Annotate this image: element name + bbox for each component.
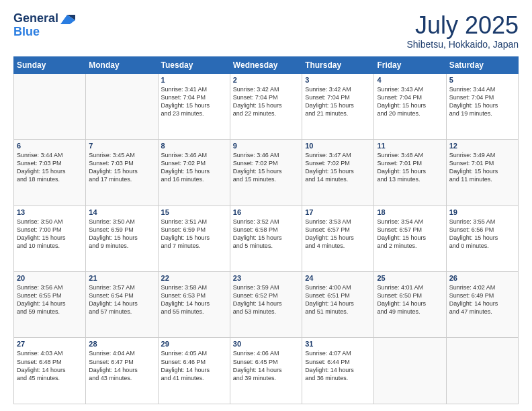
page: General Blue July 2025 Shibetsu, Hokkaid… [0,0,532,411]
calendar-table: Sunday Monday Tuesday Wednesday Thursday… [13,56,519,404]
table-row: 3Sunrise: 3:42 AM Sunset: 7:04 PM Daylig… [302,73,374,139]
header-monday: Monday [86,56,158,73]
day-info: Sunrise: 3:59 AM Sunset: 6:52 PM Dayligh… [233,283,299,316]
table-row: 14Sunrise: 3:50 AM Sunset: 6:59 PM Dayli… [86,205,158,271]
month-title: July 2025 [406,12,519,39]
day-info: Sunrise: 3:47 AM Sunset: 7:02 PM Dayligh… [305,151,371,184]
day-info: Sunrise: 3:56 AM Sunset: 6:55 PM Dayligh… [17,283,83,316]
day-info: Sunrise: 3:51 AM Sunset: 6:59 PM Dayligh… [161,218,227,250]
header-wednesday: Wednesday [230,56,302,73]
table-row [446,338,518,404]
day-number: 7 [89,142,154,150]
day-info: Sunrise: 3:53 AM Sunset: 6:57 PM Dayligh… [305,218,371,250]
day-number: 1 [161,76,227,84]
day-info: Sunrise: 3:46 AM Sunset: 7:02 PM Dayligh… [233,151,299,184]
day-info: Sunrise: 3:55 AM Sunset: 6:56 PM Dayligh… [449,218,515,250]
day-info: Sunrise: 3:50 AM Sunset: 7:00 PM Dayligh… [17,218,83,250]
day-info: Sunrise: 3:43 AM Sunset: 7:04 PM Dayligh… [377,85,443,118]
table-row: 12Sunrise: 3:49 AM Sunset: 7:01 PM Dayli… [446,140,518,205]
day-info: Sunrise: 4:07 AM Sunset: 6:44 PM Dayligh… [305,349,371,382]
day-info: Sunrise: 3:57 AM Sunset: 6:54 PM Dayligh… [89,283,154,316]
day-number: 23 [233,274,299,282]
table-row: 28Sunrise: 4:04 AM Sunset: 6:47 PM Dayli… [86,338,158,404]
day-number: 10 [305,142,371,150]
table-row: 6Sunrise: 3:44 AM Sunset: 7:03 PM Daylig… [14,140,86,205]
table-row: 18Sunrise: 3:54 AM Sunset: 6:57 PM Dayli… [374,205,446,271]
table-row: 27Sunrise: 4:03 AM Sunset: 6:48 PM Dayli… [14,338,86,404]
day-number: 24 [305,274,371,282]
table-row: 17Sunrise: 3:53 AM Sunset: 6:57 PM Dayli… [302,205,374,271]
calendar-week-row: 6Sunrise: 3:44 AM Sunset: 7:03 PM Daylig… [14,140,519,205]
day-info: Sunrise: 4:03 AM Sunset: 6:48 PM Dayligh… [17,349,83,382]
header-friday: Friday [374,56,446,73]
day-info: Sunrise: 3:50 AM Sunset: 6:59 PM Dayligh… [89,218,154,250]
table-row [86,73,158,139]
day-info: Sunrise: 4:02 AM Sunset: 6:49 PM Dayligh… [449,283,515,316]
header-tuesday: Tuesday [158,56,230,73]
logo-text-blue: Blue [13,26,40,39]
table-row: 9Sunrise: 3:46 AM Sunset: 7:02 PM Daylig… [230,140,302,205]
table-row: 2Sunrise: 3:42 AM Sunset: 7:04 PM Daylig… [230,73,302,139]
day-info: Sunrise: 3:44 AM Sunset: 7:03 PM Dayligh… [17,151,83,184]
day-info: Sunrise: 4:04 AM Sunset: 6:47 PM Dayligh… [89,349,154,382]
day-number: 3 [305,76,371,84]
day-number: 14 [89,208,154,216]
day-info: Sunrise: 3:58 AM Sunset: 6:53 PM Dayligh… [161,283,227,316]
table-row: 24Sunrise: 4:00 AM Sunset: 6:51 PM Dayli… [302,272,374,338]
calendar-week-row: 1Sunrise: 3:41 AM Sunset: 7:04 PM Daylig… [14,73,519,139]
table-row: 23Sunrise: 3:59 AM Sunset: 6:52 PM Dayli… [230,272,302,338]
table-row: 29Sunrise: 4:05 AM Sunset: 6:46 PM Dayli… [158,338,230,404]
table-row: 31Sunrise: 4:07 AM Sunset: 6:44 PM Dayli… [302,338,374,404]
day-info: Sunrise: 3:52 AM Sunset: 6:58 PM Dayligh… [233,218,299,250]
day-number: 12 [449,142,515,150]
day-number: 9 [233,142,299,150]
table-row: 7Sunrise: 3:45 AM Sunset: 7:03 PM Daylig… [86,140,158,205]
day-info: Sunrise: 3:44 AM Sunset: 7:04 PM Dayligh… [449,85,515,118]
table-row: 15Sunrise: 3:51 AM Sunset: 6:59 PM Dayli… [158,205,230,271]
title-area: July 2025 Shibetsu, Hokkaido, Japan [406,12,519,50]
day-number: 28 [89,340,154,348]
day-info: Sunrise: 3:54 AM Sunset: 6:57 PM Dayligh… [377,218,443,250]
table-row: 21Sunrise: 3:57 AM Sunset: 6:54 PM Dayli… [86,272,158,338]
logo-icon [60,15,75,24]
day-number: 19 [449,208,515,216]
day-info: Sunrise: 3:41 AM Sunset: 7:04 PM Dayligh… [161,85,227,118]
header: General Blue July 2025 Shibetsu, Hokkaid… [13,12,519,50]
logo: General Blue [13,12,75,39]
day-info: Sunrise: 4:00 AM Sunset: 6:51 PM Dayligh… [305,283,371,316]
day-number: 4 [377,76,443,84]
day-number: 2 [233,76,299,84]
day-number: 27 [17,340,83,348]
day-info: Sunrise: 3:42 AM Sunset: 7:04 PM Dayligh… [233,85,299,118]
day-number: 18 [377,208,443,216]
day-number: 13 [17,208,83,216]
table-row: 25Sunrise: 4:01 AM Sunset: 6:50 PM Dayli… [374,272,446,338]
day-number: 26 [449,274,515,282]
table-row: 26Sunrise: 4:02 AM Sunset: 6:49 PM Dayli… [446,272,518,338]
table-row: 8Sunrise: 3:46 AM Sunset: 7:02 PM Daylig… [158,140,230,205]
calendar-week-row: 27Sunrise: 4:03 AM Sunset: 6:48 PM Dayli… [14,338,519,404]
logo-text-general: General [13,12,58,26]
day-info: Sunrise: 3:48 AM Sunset: 7:01 PM Dayligh… [377,151,443,184]
day-number: 17 [305,208,371,216]
day-info: Sunrise: 4:06 AM Sunset: 6:45 PM Dayligh… [233,349,299,382]
table-row: 20Sunrise: 3:56 AM Sunset: 6:55 PM Dayli… [14,272,86,338]
calendar-week-row: 20Sunrise: 3:56 AM Sunset: 6:55 PM Dayli… [14,272,519,338]
day-number: 31 [305,340,371,348]
day-info: Sunrise: 3:45 AM Sunset: 7:03 PM Dayligh… [89,151,154,184]
table-row: 5Sunrise: 3:44 AM Sunset: 7:04 PM Daylig… [446,73,518,139]
day-number: 21 [89,274,154,282]
day-number: 15 [161,208,227,216]
day-number: 11 [377,142,443,150]
weekday-header-row: Sunday Monday Tuesday Wednesday Thursday… [14,56,519,73]
day-number: 29 [161,340,227,348]
table-row: 16Sunrise: 3:52 AM Sunset: 6:58 PM Dayli… [230,205,302,271]
header-thursday: Thursday [302,56,374,73]
day-number: 16 [233,208,299,216]
table-row: 22Sunrise: 3:58 AM Sunset: 6:53 PM Dayli… [158,272,230,338]
location-subtitle: Shibetsu, Hokkaido, Japan [406,39,519,50]
table-row [374,338,446,404]
table-row: 4Sunrise: 3:43 AM Sunset: 7:04 PM Daylig… [374,73,446,139]
day-number: 30 [233,340,299,348]
table-row: 10Sunrise: 3:47 AM Sunset: 7:02 PM Dayli… [302,140,374,205]
